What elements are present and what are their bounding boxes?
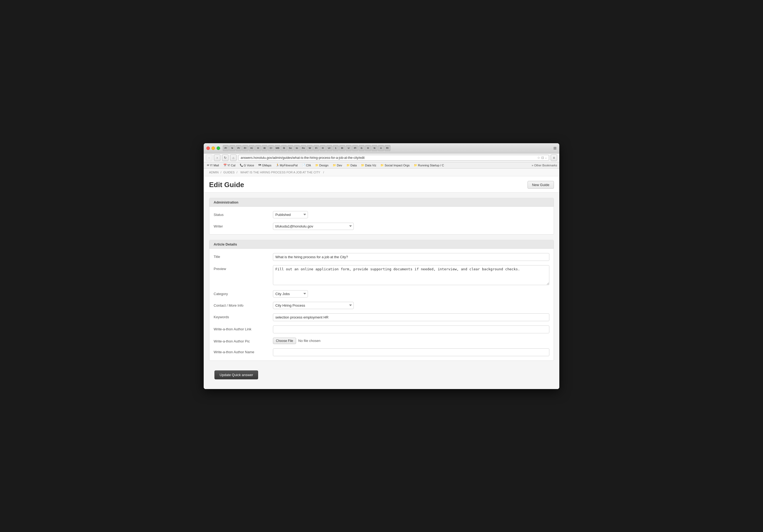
tab-icon-23[interactable]: H [365, 145, 371, 151]
tab-icon-24[interactable]: N [372, 145, 378, 151]
article-details-body: Title Preview Category [209, 249, 554, 361]
ymail-icon: ✉ [207, 164, 209, 167]
bookmarks-more[interactable]: » Other Bookmarks [532, 164, 557, 167]
administration-section: Administration Status Draft Published Ar… [209, 198, 554, 234]
tab-icon-14[interactable]: W [307, 145, 313, 151]
tab-icon-22[interactable]: G [359, 145, 365, 151]
star-icon[interactable]: ☆ [537, 156, 540, 160]
bookmark-label: Data Viz [365, 164, 376, 167]
tab-icon-2[interactable]: N [229, 145, 235, 151]
tab-icon-19[interactable]: 8t [339, 145, 345, 151]
bookmark-social[interactable]: 📁 Social Impact Orgs [380, 163, 411, 167]
tab-icon-25[interactable]: A [378, 145, 384, 151]
category-row: Category City Jobs Other [214, 290, 549, 298]
status-select[interactable]: Draft Published Archived [273, 211, 308, 219]
title-field [273, 253, 549, 261]
writeathon-name-input[interactable] [273, 348, 549, 356]
administration-body: Status Draft Published Archived Writer [209, 207, 554, 234]
bookmark-startup[interactable]: 📁 Running Startup / C [413, 163, 445, 167]
tab-icon-4[interactable]: Pr [242, 145, 248, 151]
tab-icon-5[interactable]: Ki [249, 145, 255, 151]
bookmark-dev[interactable]: 📁 Dev [332, 163, 343, 167]
bookmark-myfitnesspal[interactable]: 🏃 MyFitnessPal [275, 163, 299, 167]
breadcrumb-sep3: / [323, 171, 324, 174]
title-row: Title [214, 253, 549, 261]
writeathon-name-label: Write-a-thon Author Name [214, 348, 273, 354]
tab-icon-1[interactable]: P! [223, 145, 229, 151]
tab-icon-3[interactable]: Pr [236, 145, 242, 151]
minimize-button[interactable] [211, 146, 215, 150]
writeathon-link-row: Write-a-thon Author Link [214, 325, 549, 333]
tab-icon-16[interactable]: H [320, 145, 326, 151]
tab-icon-6[interactable]: H [255, 145, 261, 151]
tab-icon-10[interactable]: i5 [281, 145, 287, 151]
bookmark-dataviz[interactable]: 📁 Data Viz [360, 163, 377, 167]
tab-icon-11[interactable]: Sc [287, 145, 293, 151]
breadcrumb-admin[interactable]: ADMIN [209, 171, 219, 174]
article-details-section: Article Details Title Preview [209, 240, 554, 361]
page-title: Edit Guide [209, 181, 244, 189]
preview-textarea[interactable] [273, 265, 549, 285]
bookmark-design[interactable]: 📁 Design [314, 163, 330, 167]
data-icon: 📁 [347, 164, 350, 167]
bookmark-label: Design [319, 164, 328, 167]
administration-header: Administration [209, 198, 554, 207]
writer-label: Writer [214, 222, 273, 228]
title-input[interactable] [273, 253, 549, 261]
breadcrumb-sep1: / [221, 171, 221, 174]
bookmark-label: MyFitnessPal [280, 164, 298, 167]
bookmark-label: Dev [337, 164, 342, 167]
tab-icon-20[interactable]: U [346, 145, 352, 151]
reload-button[interactable]: ↻ [222, 154, 229, 161]
writeathon-link-label: Write-a-thon Author Link [214, 325, 273, 331]
tab-icon-21[interactable]: Pl [352, 145, 358, 151]
bookmark-gmaps[interactable]: 🗺 GMaps [257, 163, 272, 167]
new-guide-button[interactable]: New Guide [527, 181, 554, 189]
bookmark-cfa[interactable]: 📄 CfA [301, 163, 312, 167]
update-quick-answer-button[interactable]: Update Quick answer [214, 371, 258, 379]
bookmark-ycal[interactable]: 📅 Y! Cal [222, 163, 237, 167]
contact-select[interactable]: City Hiring Process Other [273, 302, 354, 309]
tab-icon-12[interactable]: In [294, 145, 300, 151]
choose-file-button[interactable]: Choose File [273, 338, 296, 344]
monitor-icon[interactable]: ⊡ [541, 156, 544, 160]
close-button[interactable] [206, 146, 210, 150]
back-button[interactable]: ‹ [206, 154, 212, 161]
tab-icon-8[interactable]: C! [268, 145, 274, 151]
writeathon-name-field [273, 348, 549, 356]
bookmarks-bar: ✉ Y! Mail 📅 Y! Cal 📞 G Voice 🗺 GMaps 🏃 M… [204, 162, 559, 169]
breadcrumb-guides[interactable]: GUIDES [223, 171, 235, 174]
category-select[interactable]: City Jobs Other [273, 290, 308, 298]
bookmark-data[interactable]: 📁 Data [345, 163, 358, 167]
cfa-icon: 📄 [302, 164, 305, 167]
form-content: Administration Status Draft Published Ar… [204, 193, 559, 389]
tab-icon-18[interactable]: 1 [333, 145, 339, 151]
design-icon: 📁 [315, 164, 318, 167]
keywords-input[interactable] [273, 313, 549, 321]
bookmark-ymail[interactable]: ✉ Y! Mail [206, 163, 220, 167]
startup-icon: 📁 [414, 164, 417, 167]
forward-button[interactable]: › [214, 154, 220, 161]
tab-icon-9[interactable]: MB [274, 145, 280, 151]
bookmark-gvoice[interactable]: 📞 G Voice [239, 163, 256, 167]
breadcrumb: ADMIN / GUIDES / WHAT IS THE HIRING PROC… [204, 169, 559, 176]
category-field: City Jobs Other [273, 290, 549, 298]
maximize-button[interactable] [217, 146, 220, 150]
settings-button[interactable]: ≡ [551, 154, 557, 161]
breadcrumb-sep2: / [237, 171, 237, 174]
tab-icon-17[interactable]: U! [326, 145, 332, 151]
article-details-header: Article Details [209, 240, 554, 249]
download-icon[interactable]: ↓ [545, 156, 547, 160]
page-header: Edit Guide New Guide [204, 176, 559, 193]
tab-icon-13[interactable]: Fe [300, 145, 306, 151]
home-button[interactable]: ⌂ [230, 154, 237, 161]
tab-icon-7[interactable]: 8t [262, 145, 268, 151]
writer-select[interactable]: bfukuda1@honolulu.gov [273, 222, 354, 230]
page-content: ADMIN / GUIDES / WHAT IS THE HIRING PROC… [204, 169, 559, 389]
writeathon-pic-field: Choose File No file chosen [273, 338, 549, 344]
writeathon-link-input[interactable] [273, 325, 549, 333]
tab-icon-15[interactable]: Fi [313, 145, 319, 151]
url-input[interactable] [241, 156, 536, 160]
contact-row: Contact / More Info City Hiring Process … [214, 302, 549, 309]
tab-icon-26[interactable]: R! [384, 145, 390, 151]
